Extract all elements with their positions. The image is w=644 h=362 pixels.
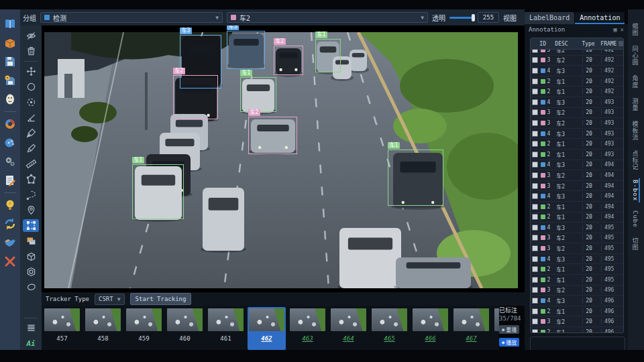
- checkbox[interactable]: [532, 162, 538, 168]
- tracker-type-dropdown[interactable]: CSRT ▼: [95, 294, 125, 305]
- book-icon[interactable]: [3, 17, 17, 32]
- polygon-tool[interactable]: [23, 173, 39, 186]
- package-icon[interactable]: [3, 36, 17, 50]
- handshake-icon[interactable]: [3, 235, 17, 250]
- frame-thumbnail[interactable]: [290, 308, 325, 331]
- frame-tile-460[interactable]: 460: [166, 307, 204, 350]
- table-row[interactable]: 4车320493: [531, 129, 623, 139]
- row-select[interactable]: [531, 245, 539, 251]
- report-icon[interactable]: [3, 173, 17, 188]
- sphere-box-tool[interactable]: [23, 265, 39, 278]
- frame-thumbnail[interactable]: [372, 308, 407, 331]
- table-row[interactable]: 4车320495: [531, 254, 623, 265]
- bounding-box[interactable]: 车2: [274, 46, 303, 75]
- ai-brain-icon[interactable]: [3, 135, 17, 150]
- row-select[interactable]: [531, 172, 539, 178]
- opacity-slider[interactable]: [449, 17, 474, 19]
- bounding-box[interactable]: 车1: [240, 77, 276, 112]
- checkbox[interactable]: [532, 214, 538, 220]
- bounding-box[interactable]: 车1: [132, 164, 184, 219]
- checkbox[interactable]: [532, 235, 538, 241]
- side-tab-模板流[interactable]: 模板流: [631, 119, 641, 142]
- frame-thumbnail[interactable]: [85, 308, 121, 331]
- table-row[interactable]: 4车320493: [531, 97, 623, 108]
- table-row[interactable]: 3车220493: [531, 118, 623, 129]
- label-dropdown[interactable]: 车2 ▼: [227, 12, 428, 23]
- frame-number[interactable]: 466: [425, 335, 435, 342]
- checkbox[interactable]: [532, 298, 538, 304]
- checkbox[interactable]: [532, 99, 538, 105]
- start-tracking-button[interactable]: Start Tracking: [130, 293, 192, 305]
- col-desc[interactable]: DESC: [555, 41, 582, 47]
- frame-number[interactable]: 459: [138, 335, 149, 342]
- replay-button[interactable]: ◉ 重播: [499, 325, 519, 334]
- frame-number[interactable]: 465: [384, 335, 394, 342]
- frame-number[interactable]: 463: [302, 335, 313, 342]
- side-tab-同心圆[interactable]: 同心圆: [631, 44, 641, 67]
- table-row[interactable]: 3车220494: [531, 181, 623, 192]
- bounding-box[interactable]: 车2: [173, 75, 218, 119]
- row-select[interactable]: [531, 183, 539, 189]
- frame-number[interactable]: 467: [466, 335, 476, 342]
- row-select[interactable]: [531, 109, 539, 115]
- table-row[interactable]: 2车120492: [531, 76, 623, 87]
- table-row[interactable]: 2车120495: [531, 275, 623, 286]
- dashed-circle-tool[interactable]: [23, 96, 39, 109]
- checkbox[interactable]: [532, 266, 538, 272]
- table-row[interactable]: 4车320496: [531, 296, 623, 306]
- frame-tile-461[interactable]: 461: [207, 307, 245, 350]
- checkbox[interactable]: [532, 204, 538, 210]
- cards-tool[interactable]: [23, 235, 39, 247]
- lasso-tool[interactable]: [23, 188, 39, 201]
- frame-thumbnail[interactable]: [44, 308, 80, 331]
- frame-tile-463[interactable]: 463: [288, 307, 327, 350]
- rect-select-tool[interactable]: [23, 219, 39, 232]
- list-tool[interactable]: [23, 322, 39, 335]
- side-tab-切图[interactable]: 切图: [631, 236, 641, 252]
- table-row[interactable]: 4车320494: [531, 160, 623, 171]
- bounding-box[interactable]: 车2: [248, 117, 297, 154]
- table-row[interactable]: 2车120496: [531, 327, 623, 333]
- checkbox[interactable]: [532, 78, 538, 84]
- save-config-icon[interactable]: [3, 73, 17, 88]
- row-select[interactable]: [531, 88, 539, 95]
- trash-tool[interactable]: [23, 45, 39, 58]
- bounding-box[interactable]: 车1: [315, 39, 341, 72]
- row-select[interactable]: [531, 235, 539, 241]
- checkbox[interactable]: [532, 50, 538, 53]
- checkbox[interactable]: [532, 172, 538, 178]
- table-row[interactable]: 2车120494: [531, 202, 623, 213]
- row-select[interactable]: [531, 287, 539, 293]
- opacity-slider-handle[interactable]: [472, 14, 475, 21]
- frame-thumbnail[interactable]: [413, 308, 448, 331]
- ai-tool[interactable]: Ai: [23, 337, 39, 350]
- col-type[interactable]: Type: [582, 41, 600, 47]
- circle-tool[interactable]: [23, 80, 39, 93]
- table-row[interactable]: 3车220493: [531, 108, 623, 119]
- annotation-canvas[interactable]: 车3车3车2车1车2车1车2车1车1: [42, 25, 525, 292]
- checkbox[interactable]: [532, 308, 538, 314]
- frame-tile-462[interactable]: 462: [248, 307, 286, 350]
- table-row[interactable]: 3车220492: [531, 50, 623, 56]
- checkbox[interactable]: [532, 141, 538, 147]
- angle-tool[interactable]: [23, 111, 39, 124]
- frame-number[interactable]: 460: [179, 335, 190, 342]
- frame-thumbnail[interactable]: [453, 308, 489, 331]
- checkbox[interactable]: [532, 120, 538, 126]
- checkbox[interactable]: [532, 256, 538, 262]
- table-row[interactable]: 4车320494: [531, 191, 623, 202]
- side-tab-角度[interactable]: 角度: [631, 74, 641, 90]
- row-select[interactable]: [531, 318, 539, 324]
- frame-thumbnail[interactable]: [249, 308, 284, 331]
- row-select[interactable]: [531, 256, 539, 262]
- row-select[interactable]: [531, 78, 539, 84]
- frame-number[interactable]: 461: [220, 335, 231, 342]
- save-icon[interactable]: [3, 54, 17, 69]
- opacity-value[interactable]: 255: [478, 12, 499, 23]
- donut-chart-icon[interactable]: [3, 117, 17, 131]
- checkbox[interactable]: [532, 277, 538, 283]
- side-tab-测量[interactable]: 测量: [631, 97, 641, 113]
- cube-tool[interactable]: [23, 250, 39, 263]
- table-row[interactable]: 3车220492: [531, 56, 623, 66]
- frame-number[interactable]: 462: [261, 335, 272, 342]
